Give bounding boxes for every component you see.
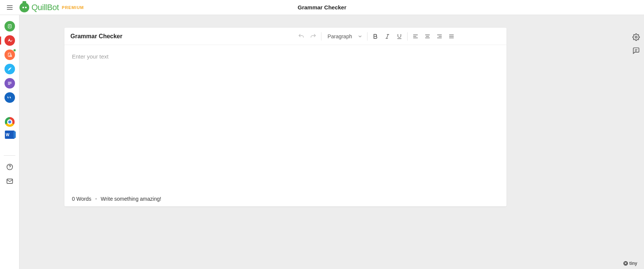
toolbar-separator [367,32,368,41]
italic-button[interactable] [382,31,393,42]
word-count-label: 0 Words [72,196,91,202]
align-left-button[interactable] [410,31,421,42]
svg-line-18 [387,34,388,38]
separator-dot-icon: • [95,196,97,202]
redo-button[interactable] [308,31,319,42]
mail-icon [6,177,13,185]
undo-icon [298,33,305,40]
main-content: Grammar Checker Paragraph [19,15,644,269]
brand-mark-icon [19,3,29,12]
sidebar-item-word-extension[interactable]: W [5,131,15,139]
sidebar-item-contact[interactable] [4,176,15,186]
chevron-down-icon [357,34,363,39]
italic-icon [384,33,390,39]
grammar-checker-icon [7,38,12,43]
sidebar-item-plagiarism-checker[interactable] [4,50,15,60]
help-icon [6,163,13,171]
feedback-icon [632,47,640,54]
sidebar-item-chrome-extension[interactable] [5,117,15,127]
citation-generator-icon [7,95,13,101]
sidebar-item-summarizer[interactable] [4,78,15,89]
editor-footer: 0 Words • Write something amazing! [64,191,507,206]
left-nav-rail: W [0,15,19,269]
align-left-icon [412,33,418,39]
bold-icon [372,33,378,39]
svg-line-9 [11,56,12,57]
co-writer-icon [7,66,12,72]
tiny-logo-icon: ✕ [623,261,628,266]
underline-button[interactable] [394,31,405,42]
tiny-label: tiny [629,261,637,266]
editor-placeholder: Enter your text [72,53,109,60]
notification-badge-icon [13,49,16,52]
chrome-icon [8,120,11,123]
editor-title: Grammar Checker [70,33,123,40]
premium-badge: PREMIUM [62,5,84,10]
brand-logo[interactable]: QuillBot PREMIUM [19,3,84,12]
plagiarism-checker-icon [7,52,12,57]
svg-point-32 [635,36,637,38]
active-indicator [0,36,1,45]
align-center-button[interactable] [422,31,433,42]
align-justify-button[interactable] [446,31,457,42]
sidebar-item-citation-generator[interactable] [4,92,15,103]
editor-card: Grammar Checker Paragraph [64,28,507,206]
sidebar-item-paraphraser[interactable] [4,21,15,32]
rail-divider [4,155,15,156]
summarizer-icon [7,81,12,86]
toolbar-separator [407,32,408,41]
format-select-value: Paragraph [327,33,352,39]
paraphraser-icon [7,24,12,29]
page-title: Grammar Checker [297,4,346,11]
align-center-icon [424,33,430,39]
tiny-attribution[interactable]: ✕ tiny [623,261,637,266]
bold-button[interactable] [370,31,381,42]
underline-icon [396,33,402,39]
svg-point-14 [9,168,10,169]
menu-toggle-button[interactable] [0,0,19,15]
redo-icon [310,33,317,40]
sidebar-item-co-writer[interactable] [4,64,15,74]
gear-icon [632,33,640,41]
align-right-icon [436,33,442,39]
format-select[interactable]: Paragraph [324,31,365,42]
sidebar-item-help[interactable] [4,162,15,172]
sidebar-item-grammar-checker[interactable] [4,35,15,46]
undo-button[interactable] [296,31,307,42]
align-right-button[interactable] [434,31,445,42]
right-rail [631,32,641,56]
brand-name: QuillBot [31,3,59,12]
app-header: QuillBot PREMIUM Grammar Checker [0,0,644,15]
editor-toolbar: Grammar Checker Paragraph [64,28,507,45]
feedback-button[interactable] [631,46,641,56]
settings-button[interactable] [631,32,641,42]
toolbar-separator [321,32,321,41]
hamburger-icon [6,4,13,11]
editor-textarea[interactable]: Enter your text [64,45,507,191]
word-icon: W [6,133,9,137]
align-justify-icon [448,33,454,39]
footer-tip: Write something amazing! [101,196,161,202]
